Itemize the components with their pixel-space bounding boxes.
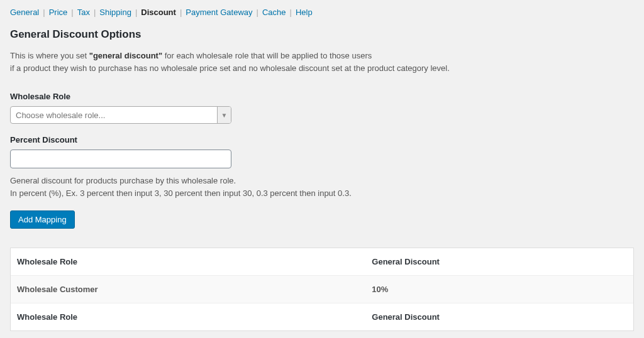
page-title: General Discount Options: [10, 28, 634, 41]
tab-cache[interactable]: Cache: [262, 8, 286, 17]
col-header-discount: General Discount: [365, 248, 633, 276]
tab-separator: |: [135, 8, 137, 17]
col-footer-role: Wholesale Role: [11, 303, 365, 331]
tab-separator: |: [289, 8, 291, 17]
tab-separator: |: [180, 8, 182, 17]
tab-tax[interactable]: Tax: [77, 8, 90, 17]
tab-shipping[interactable]: Shipping: [99, 8, 131, 17]
col-header-role: Wholesale Role: [11, 248, 365, 276]
tab-separator: |: [43, 8, 45, 17]
percent-discount-input[interactable]: [10, 150, 231, 168]
table-header-row: Wholesale Role General Discount: [11, 248, 633, 276]
cell-role: Wholesale Customer: [11, 276, 365, 303]
tab-discount[interactable]: Discount: [141, 8, 176, 17]
tab-separator: |: [94, 8, 96, 17]
discount-mappings-table: Wholesale Role General Discount Wholesal…: [10, 248, 634, 331]
tab-help[interactable]: Help: [296, 8, 313, 17]
tab-separator: |: [257, 8, 258, 17]
col-footer-discount: General Discount: [365, 303, 633, 331]
settings-tabs: General | Price | Tax | Shipping | Disco…: [10, 8, 634, 17]
page-description: This is where you set "general discount"…: [10, 50, 634, 74]
tab-payment-gateway[interactable]: Payment Gateway: [186, 8, 252, 17]
wholesale-role-label: Wholesale Role: [10, 92, 634, 101]
chevron-down-icon: ▼: [217, 107, 231, 123]
percent-discount-help: General discount for products purchase b…: [10, 175, 634, 199]
tab-separator: |: [71, 8, 73, 17]
percent-discount-label: Percent Discount: [10, 135, 634, 144]
table-footer-row: Wholesale Role General Discount: [11, 303, 633, 331]
wholesale-role-select-value[interactable]: Choose wholesale role...: [10, 106, 231, 124]
add-mapping-button[interactable]: Add Mapping: [10, 210, 75, 229]
table-row[interactable]: Wholesale Customer 10%: [11, 276, 633, 303]
tab-price[interactable]: Price: [49, 8, 68, 17]
tab-general[interactable]: General: [10, 8, 39, 17]
cell-discount: 10%: [365, 276, 633, 303]
wholesale-role-select[interactable]: Choose wholesale role... ▼: [10, 106, 231, 124]
